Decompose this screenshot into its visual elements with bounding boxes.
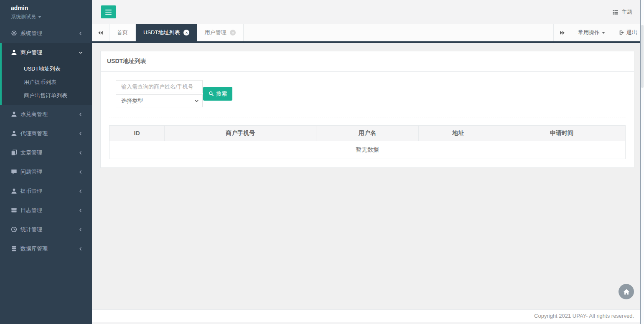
sidebar-item[interactable]: 系统管理: [0, 24, 92, 43]
type-select[interactable]: 选择类型: [116, 94, 203, 107]
usdt-address-panel: USDT地址列表 选择类型 搜索: [100, 51, 634, 168]
theme-label: 主题: [621, 8, 632, 16]
sidebar-block: 代理商管理: [0, 124, 92, 143]
sidebar-item[interactable]: 问题管理: [0, 162, 92, 182]
common-actions-dropdown[interactable]: 常用操作: [571, 24, 612, 41]
tabs-scroll-left-button[interactable]: [92, 24, 109, 41]
search-form: 选择类型 搜索: [116, 80, 626, 107]
main-area: 主题 首页USDT地址列表×用户管理× 常用操作 退出 USDT地址列表: [92, 0, 644, 324]
sidebar-item[interactable]: 商户管理: [2, 43, 92, 62]
sidebar-subitem[interactable]: 用户提币列表: [2, 76, 92, 89]
sidebar-item[interactable]: 代理商管理: [0, 124, 92, 143]
column-header: 地址: [418, 126, 498, 141]
gear-icon: [11, 30, 17, 37]
sidebar: admin 系统测试员 系统管理商户管理USDT地址列表用户提币列表商户出售订单…: [0, 0, 92, 324]
chevron-left-icon: [78, 188, 84, 194]
sidebar-item[interactable]: 承兑商管理: [0, 105, 92, 124]
tab-close-icon[interactable]: ×: [230, 30, 236, 35]
comment-icon: [11, 169, 17, 175]
user-icon: [11, 130, 17, 137]
logout-button[interactable]: 退出: [612, 24, 644, 41]
sidebar-item[interactable]: 文章管理: [0, 143, 92, 162]
sidebar-item-label: 提币管理: [20, 187, 78, 195]
merchant-search-input[interactable]: [116, 80, 203, 93]
files-icon: [11, 149, 17, 156]
top-header: 主题: [92, 0, 644, 24]
tab[interactable]: 用户管理×: [197, 24, 244, 41]
search-icon: [209, 91, 214, 96]
user-name: admin: [11, 5, 92, 11]
sidebar-block: 统计管理: [0, 220, 92, 239]
chevron-left-icon: [78, 208, 84, 213]
sidebar-menu: 系统管理商户管理USDT地址列表用户提币列表商户出售订单列表承兑商管理代理商管理…: [0, 24, 92, 258]
sidebar-block: 文章管理: [0, 143, 92, 162]
chevron-down-icon: [78, 50, 84, 56]
back-to-home-button[interactable]: [619, 284, 634, 299]
caret-down-icon: [602, 32, 605, 34]
sidebar-item-label: 商户管理: [20, 49, 78, 56]
table-header-row: ID商户手机号用户名地址申请时间: [109, 126, 626, 141]
search-fields: 选择类型: [116, 80, 203, 107]
sidebar-submenu: USDT地址列表用户提币列表商户出售订单列表: [2, 62, 92, 105]
tab-close-icon[interactable]: ×: [183, 30, 189, 35]
sign-out-icon: [619, 30, 626, 35]
sidebar-item-label: 承兑商管理: [20, 111, 78, 118]
caret-down-icon: [38, 16, 41, 18]
footer: Copyright 2021 UPAY- All rights reserved…: [92, 309, 644, 322]
sidebar-toggle-button[interactable]: [101, 5, 116, 18]
user-icon: [11, 49, 17, 56]
home-icon: [623, 289, 630, 295]
forward-icon: [559, 30, 565, 36]
page-content: USDT地址列表 选择类型 搜索: [92, 43, 644, 309]
database-icon: [11, 246, 17, 252]
chevron-left-icon: [78, 227, 84, 233]
divider: [109, 117, 626, 117]
search-button-label: 搜索: [216, 90, 227, 98]
chevron-left-icon: [78, 169, 84, 175]
sidebar-item[interactable]: 提币管理: [0, 182, 92, 201]
sidebar-block: 日志管理: [0, 201, 92, 220]
sidebar-item[interactable]: 日志管理: [0, 201, 92, 220]
sidebar-user-panel: admin 系统测试员: [0, 0, 92, 24]
chevron-left-icon: [78, 246, 84, 252]
copyright-text: Copyright 2021 UPAY- All rights reserved…: [534, 313, 634, 319]
sidebar-item-label: 统计管理: [20, 226, 78, 233]
sidebar-block: 提币管理: [0, 182, 92, 201]
tab-label: 用户管理: [204, 29, 226, 36]
tab[interactable]: USDT地址列表×: [136, 24, 197, 41]
chevron-left-icon: [78, 131, 84, 137]
sidebar-subitem[interactable]: USDT地址列表: [2, 62, 92, 76]
tab-bar: 首页USDT地址列表×用户管理× 常用操作 退出: [92, 24, 644, 43]
tab[interactable]: 首页: [109, 24, 136, 41]
theme-button[interactable]: 主题: [612, 8, 632, 16]
tab-label: USDT地址列表: [143, 29, 180, 36]
sidebar-item-label: 文章管理: [20, 149, 78, 157]
table-header: ID商户手机号用户名地址申请时间: [109, 126, 626, 141]
list-icon: [11, 207, 17, 214]
sidebar-item-label: 日志管理: [20, 207, 78, 214]
tabs-scroll-right-button[interactable]: [553, 24, 571, 41]
column-header: 商户手机号: [165, 126, 316, 141]
vertical-scrollbar[interactable]: [640, 0, 644, 324]
search-button[interactable]: 搜索: [203, 87, 232, 101]
common-actions-label: 常用操作: [578, 29, 600, 36]
sidebar-item[interactable]: 统计管理: [0, 220, 92, 239]
sidebar-item-label: 代理商管理: [20, 130, 78, 137]
tab-spacer: [244, 24, 553, 41]
sidebar-subitem[interactable]: 商户出售订单列表: [2, 89, 92, 102]
user-role-label: 系统测试员: [11, 14, 36, 20]
user-role-dropdown[interactable]: 系统测试员: [11, 13, 92, 20]
sidebar-block: 承兑商管理: [0, 105, 92, 124]
sidebar-item[interactable]: 数据库管理: [0, 239, 92, 258]
sidebar-block: 系统管理: [0, 24, 92, 43]
scrollbar-thumb[interactable]: [641, 25, 644, 88]
type-select-wrap: 选择类型: [116, 94, 203, 107]
tab-list: 首页USDT地址列表×用户管理×: [109, 24, 244, 41]
sidebar-block: 数据库管理: [0, 239, 92, 258]
panel-title: USDT地址列表: [101, 51, 634, 72]
panel-body: 选择类型 搜索 ID商户手机号用户名地址申请时间: [101, 72, 634, 167]
sidebar-item-label: 系统管理: [20, 30, 78, 37]
sidebar-block: 商户管理USDT地址列表用户提币列表商户出售订单列表: [0, 43, 92, 105]
backward-icon: [97, 30, 104, 36]
pie-chart-icon: [11, 226, 17, 233]
